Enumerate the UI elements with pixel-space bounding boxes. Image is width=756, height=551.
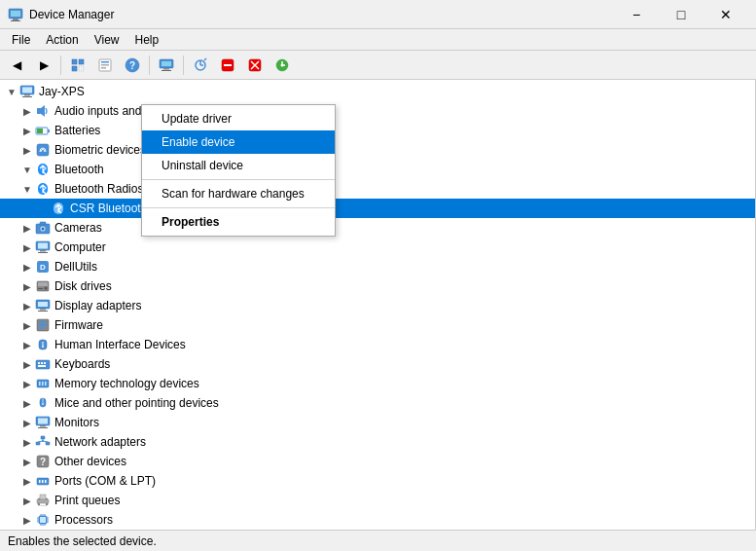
menu-view[interactable]: View [87,31,127,49]
context-menu-properties[interactable]: Properties [142,210,335,234]
expand-arrow[interactable]: ▶ [19,142,35,158]
tree-item-mice[interactable]: ▶ Mice and other pointing devices [0,393,755,413]
update-button[interactable] [270,54,295,77]
device-tree[interactable]: ▼ Jay-XPS ▶ Audio inputs [0,80,756,530]
svg-rect-30 [24,94,30,96]
menu-file[interactable]: File [4,31,38,49]
context-menu-scan-hardware[interactable]: Scan for hardware changes [142,182,335,205]
expand-arrow[interactable]: ▶ [19,356,35,372]
tree-item-print-queues[interactable]: ▶ Print queues [0,491,755,510]
svg-rect-11 [101,67,106,69]
tree-item-jay-xps[interactable]: ▼ Jay-XPS [0,82,755,101]
computer-small-icon [35,239,51,255]
tree-item-memory-tech[interactable]: ▶ Memory technology devices [0,374,755,393]
tree-label: Bluetooth Radios [54,182,143,196]
svg-rect-92 [42,480,44,483]
disable-button[interactable] [215,54,240,77]
tree-label: Monitors [54,416,99,429]
expand-arrow[interactable]: ▶ [19,415,35,430]
biometric-icon [35,142,51,158]
minimize-button[interactable]: − [614,0,659,29]
expand-arrow[interactable]: ▶ [19,337,35,352]
tree-item-hid[interactable]: ▶ Human Interface Devices [0,335,755,354]
expand-arrow [35,201,51,216]
svg-rect-95 [40,495,46,499]
tree-label: Batteries [54,124,100,137]
tree-item-bluetooth[interactable]: ▼ Bluetooth [0,160,755,179]
scan-button[interactable] [188,54,213,77]
svg-rect-81 [41,436,45,439]
tree-item-biometric[interactable]: ▶ Biometric devices [0,140,755,160]
expand-arrow[interactable]: ▼ [19,162,35,177]
tree-item-keyboards[interactable]: ▶ Keyboards [0,354,755,374]
tree-item-monitors[interactable]: ▶ Monitors [0,413,755,432]
tree-item-cameras[interactable]: ▶ Cameras [0,218,755,238]
tree-item-network[interactable]: ▶ Network adapters [0,432,755,452]
help-button[interactable]: ? [120,54,145,77]
menu-help[interactable]: Help [127,31,167,49]
maximize-button[interactable]: □ [659,0,703,29]
tree-item-other[interactable]: ▶ ? Other devices [0,452,755,471]
svg-point-76 [42,403,44,405]
tree-item-audio[interactable]: ▶ Audio inputs and outputs [0,101,755,121]
show-hidden-button[interactable] [65,54,90,77]
tree-item-computer[interactable]: ▶ Computer [0,238,755,257]
expand-arrow[interactable]: ▶ [19,376,35,391]
computer-icon [19,84,35,99]
expand-arrow[interactable]: ▼ [4,84,19,99]
expand-arrow[interactable]: ▶ [19,298,35,313]
expand-arrow[interactable]: ▶ [19,259,35,275]
menu-action[interactable]: Action [38,31,86,49]
tree-item-ports[interactable]: ▶ Ports (COM & LPT) [0,471,755,491]
properties-button[interactable] [92,54,118,77]
svg-text:D: D [40,263,46,272]
expand-arrow[interactable]: ▶ [19,317,35,333]
uninstall-button[interactable] [242,54,268,77]
svg-point-27 [281,63,284,66]
expand-arrow[interactable]: ▼ [19,181,35,197]
close-button[interactable]: ✕ [703,0,748,29]
tree-item-dellutils[interactable]: ▶ D DellUtils [0,257,755,276]
svg-text:?: ? [40,457,46,467]
camera-icon [35,220,51,236]
expand-arrow[interactable]: ▶ [19,123,35,138]
tree-label: Disk drives [54,279,112,293]
context-menu-update-driver[interactable]: Update driver [142,107,335,130]
svg-rect-69 [38,365,46,367]
tree-item-processors[interactable]: ▶ Proces [0,510,755,530]
expand-arrow[interactable]: ▶ [19,512,35,528]
tree-label: Ports (COM & LPT) [54,474,156,488]
back-button[interactable]: ◀ [4,54,29,77]
svg-rect-79 [40,425,46,427]
computer-button[interactable] [154,54,179,77]
expand-arrow[interactable]: ▶ [19,103,35,119]
expand-arrow[interactable]: ▶ [19,220,35,236]
expand-arrow[interactable]: ▶ [19,395,35,411]
tree-item-batteries[interactable]: ▶ Batteries [0,121,755,140]
forward-button[interactable]: ▶ [31,54,56,77]
svg-rect-71 [39,382,41,386]
tree-item-firmware[interactable]: ▶ Firmware [0,315,755,335]
context-menu-enable-device[interactable]: Enable device [142,130,335,154]
bluetooth-radios-icon [35,181,51,197]
tree-label: Jay-XPS [39,85,85,98]
tree-item-display-adapters[interactable]: ▶ Display adapters [0,296,755,315]
mouse-icon [35,395,51,411]
expand-arrow[interactable]: ▶ [19,454,35,469]
expand-arrow[interactable]: ▶ [19,493,35,508]
expand-arrow[interactable]: ▶ [19,278,35,294]
tree-item-csr-bluetooth[interactable]: CSR Bluetooth Radi... [0,199,755,218]
tree-item-bluetooth-radios[interactable]: ▼ Bluetooth Radios [0,179,755,199]
svg-rect-2 [13,18,18,20]
expand-arrow[interactable]: ▶ [19,239,35,255]
context-menu-uninstall-device[interactable]: Uninstall device [142,154,335,177]
svg-rect-91 [39,480,41,483]
tree-item-disk-drives[interactable]: ▶ Disk drives [0,276,755,296]
toolbar-sep1 [60,55,61,75]
svg-rect-5 [79,59,84,64]
svg-rect-35 [37,129,43,133]
other-icon: ? [35,454,51,469]
expand-arrow[interactable]: ▶ [19,434,35,450]
tree-label: Processors [54,513,113,527]
expand-arrow[interactable]: ▶ [19,473,35,489]
